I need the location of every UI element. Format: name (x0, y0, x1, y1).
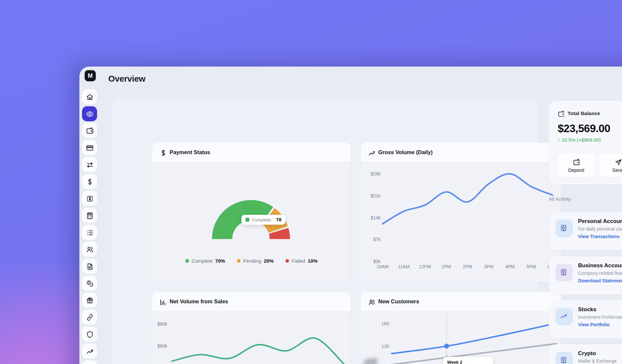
trending-up-icon (86, 348, 93, 355)
sidebar-item-gift[interactable] (82, 293, 97, 308)
sidebar-item-trending-up[interactable] (82, 344, 97, 359)
sidebar-item-home[interactable] (82, 89, 97, 104)
payment-status-card: Payment Status Complete 70 Complete 70% … (152, 143, 351, 282)
deposit-label: Deposit (568, 168, 584, 173)
legend-dot-pending (237, 259, 240, 263)
activity-link[interactable]: View Transactions (578, 234, 622, 239)
new-customers-chart[interactable] (392, 313, 556, 364)
payment-status-gauge (189, 177, 313, 244)
gift-icon (86, 296, 93, 304)
activity-subtitle: For daily personal use (578, 226, 622, 232)
users-icon (368, 298, 375, 305)
legend-pct: 10% (308, 258, 318, 264)
data-point-marker[interactable] (444, 344, 449, 349)
chart-canvas (172, 324, 344, 364)
sidebar-item-calculator[interactable] (82, 208, 97, 223)
bar-chart-icon (159, 298, 166, 305)
y-tick-label: $80k (157, 321, 167, 327)
sidebar-item-wallet[interactable] (82, 123, 97, 138)
tooltip-value: 70 (276, 217, 281, 222)
tooltip-color-swatch (245, 218, 249, 222)
tooltip-label: Complete (252, 217, 273, 222)
sidebar-item-shield[interactable] (82, 327, 97, 342)
legend-dot-failed (285, 259, 289, 263)
trending-up-icon (368, 149, 375, 156)
users-icon (86, 246, 93, 253)
total-balance-card: Total Balance $23,569.00 ↑ 10.5% (+$908.… (549, 101, 622, 185)
payment-status-legend: Complete 70% Pending 20% Failed 10% (152, 258, 351, 264)
sidebar-item-receipt[interactable] (82, 191, 97, 206)
page-title: Overview (108, 74, 145, 84)
list-icon (86, 229, 93, 236)
y-axis-labels: $28k$21k$14k$7k$0k (365, 174, 381, 261)
legend-label: Pending (243, 258, 261, 264)
building-icon (560, 356, 569, 364)
document-icon (86, 263, 93, 270)
app-window: M Overview Payment Status Complete 70 Co… (79, 67, 622, 364)
total-balance-change: ↑ 10.5% (+$908.00) (558, 137, 622, 143)
sidebar-item-credit-card[interactable] (82, 140, 97, 155)
legend-item-complete: Complete 70% (185, 258, 225, 264)
send-button[interactable]: Send (599, 153, 622, 177)
sidebar-item-coins[interactable] (82, 276, 97, 291)
x-tick-label: 10AM (377, 264, 389, 269)
send-label: Send (612, 168, 622, 173)
net-volume-chart[interactable] (172, 324, 344, 364)
sidebar-item-transfers[interactable] (82, 157, 97, 172)
activity-subtitle: Investment Performance (578, 314, 622, 320)
activity-item-stocks[interactable]: Stocks Investment Performance View Portf… (549, 300, 622, 338)
chart-canvas (383, 174, 552, 261)
activity-title: Personal Account (578, 218, 622, 225)
legend-pct: 70% (215, 258, 225, 264)
tooltip-title: Week 2 (447, 360, 489, 364)
sidebar-item-dollar[interactable] (82, 174, 97, 189)
sidebar-item-link[interactable] (82, 310, 97, 325)
sidebar-item-eye[interactable] (82, 106, 97, 121)
x-tick-label: 3PM (484, 264, 493, 269)
activity-link[interactable]: View Portfolio (578, 322, 622, 327)
x-tick-label: 2PM (463, 264, 472, 269)
app-logo-letter: M (88, 72, 93, 79)
gauge-tooltip: Complete 70 (241, 215, 285, 225)
payment-status-title: Payment Status (170, 149, 210, 155)
deposit-button[interactable]: Deposit (558, 153, 595, 177)
gross-volume-chart[interactable] (383, 174, 552, 261)
activity-subtitle: Wallet & Exchange (578, 358, 617, 364)
building-icon-tile (555, 264, 573, 281)
app-logo[interactable]: M (85, 70, 96, 81)
y-tick-label: $14k (371, 215, 381, 220)
legend-label: Failed (292, 258, 305, 264)
activity-link[interactable]: Download Statements (578, 278, 622, 283)
all-activity-header: All Activity (549, 196, 571, 202)
sidebar-item-list[interactable] (82, 225, 97, 240)
activity-subtitle: Company-related finances (578, 271, 622, 276)
dollar-icon (159, 149, 166, 156)
activity-item-business-account[interactable]: Business Account Company-related finance… (549, 256, 622, 294)
y-tick-label: $7k (373, 237, 381, 242)
trending-up-icon (560, 312, 569, 321)
wallet-icon (558, 110, 564, 117)
legend-dot-complete (185, 259, 189, 263)
activity-item-personal-account[interactable]: Personal Account For daily personal use … (549, 212, 622, 250)
link-icon (86, 313, 93, 321)
line-series-this-month (392, 323, 556, 354)
chart-canvas (392, 313, 556, 364)
sidebar-item-banknote[interactable] (82, 360, 97, 364)
coins-icon (86, 280, 93, 287)
shield-icon (86, 331, 93, 338)
activity-title: Stocks (578, 306, 622, 313)
paper-plane-icon (614, 158, 621, 165)
trending-up-icon-tile (555, 308, 573, 325)
net-volume-title: Net Volume from Sales (170, 298, 228, 305)
legend-item-failed: Failed 10% (285, 258, 318, 264)
dollar-icon (86, 178, 93, 185)
legend-label: Complete (192, 258, 213, 264)
calculator-icon (86, 212, 93, 219)
sidebar-item-users[interactable] (82, 242, 97, 257)
building-icon (560, 268, 569, 277)
y-tick-label: $0k (373, 259, 381, 264)
receipt-icon (86, 195, 93, 202)
sidebar-item-document[interactable] (82, 259, 97, 274)
activity-item-crypto[interactable]: Crypto Wallet & Exchange (549, 344, 622, 364)
x-tick-label: 1PM (442, 264, 451, 269)
